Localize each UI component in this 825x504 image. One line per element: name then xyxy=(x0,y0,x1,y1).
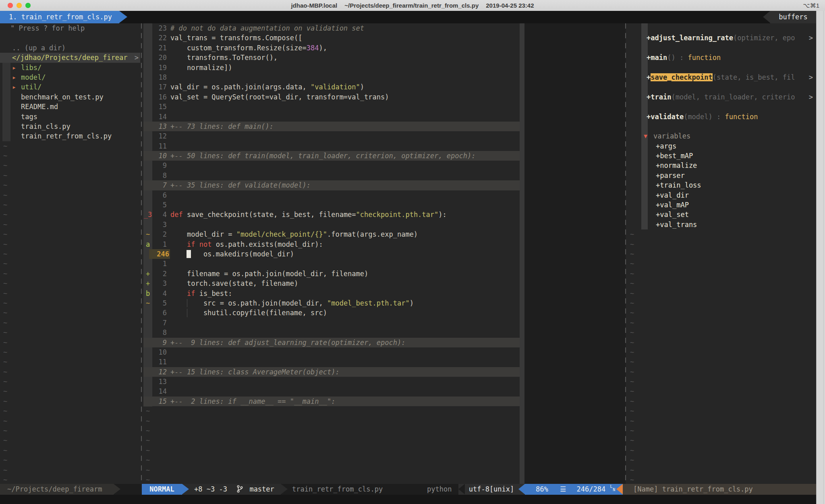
tree-empty-line: ~ xyxy=(0,406,140,416)
line-number: 7 xyxy=(152,180,167,190)
tag-function-save_checkpoint[interactable]: +save_checkpoint(state, is_best, fil> xyxy=(628,72,816,82)
tree-file-train_retr_from_clspy[interactable]: train_retr_from_cls.py xyxy=(0,131,140,141)
tag-variable-parser[interactable]: +parser xyxy=(628,171,816,180)
blank-line[interactable]: 18 xyxy=(143,72,626,82)
code-text: normalize]) xyxy=(170,63,232,72)
tag-variable-val_set[interactable]: +val_set xyxy=(628,210,816,219)
blank-line[interactable]: 10 xyxy=(143,347,626,357)
blank-line[interactable]: 5 xyxy=(143,200,626,210)
blank-line[interactable]: 6 xyxy=(143,190,626,200)
tag-variable-val_trans[interactable]: +val_trans xyxy=(628,220,816,229)
tagbar-empty-line: ~ xyxy=(628,475,816,484)
blank-line[interactable]: 11 xyxy=(143,141,626,151)
tree-empty-line: ~ xyxy=(0,240,140,249)
tagbar-empty-line: ~ xyxy=(628,240,816,249)
code-text: val_dir = os.path.join(args.data, "valid… xyxy=(170,82,364,92)
tagbar-empty-line: ~ xyxy=(628,465,816,475)
fold-line[interactable]: 10+-- 50 lines: def train(model, train_l… xyxy=(143,151,626,161)
fold-line[interactable]: 15+-- 2 lines: if __name__ == "__main__"… xyxy=(143,397,626,406)
fold-text: +-- 73 lines: def main(): xyxy=(170,122,274,131)
tree-dir-libs[interactable]: ▸libs/ xyxy=(0,63,140,72)
tree-empty-line: ~ xyxy=(0,259,140,269)
tagbar-section-label: variables xyxy=(653,131,690,141)
scrollbar-track[interactable] xyxy=(816,11,825,504)
window-separator-left[interactable] xyxy=(141,23,142,484)
tree-dir-util[interactable]: ▸util/ xyxy=(0,82,140,92)
tag-variable-val_dir[interactable]: +val_dir xyxy=(628,190,816,200)
blank-line[interactable]: 3 xyxy=(143,220,626,229)
fold-line[interactable]: 9+-- 9 lines: def adjust_learning_rate(o… xyxy=(143,338,626,347)
tag-kind: function xyxy=(688,54,721,62)
tagbar-section-variables[interactable]: ▼variables xyxy=(628,131,816,141)
tag-variable-val_mAP[interactable]: +val_mAP xyxy=(628,200,816,210)
tag-function-adjust_learning_rate[interactable]: +adjust_learning_rate(optimizer, epo> xyxy=(628,33,816,43)
code-line[interactable]: 19 normalize]) xyxy=(143,63,626,72)
fold-text: +-- 50 lines: def train(model, train_loa… xyxy=(170,151,475,161)
buffers-arrow-separator xyxy=(763,11,770,23)
code-line[interactable]: 20 transforms.ToTensor(), xyxy=(143,53,626,62)
blank-line[interactable]: 13 xyxy=(143,377,626,386)
fold-text: +-- 35 lines: def validate(model): xyxy=(170,180,311,190)
blank-line[interactable]: 1 xyxy=(143,259,626,269)
tag-function-train[interactable]: +train(model, train_loader, criterio> xyxy=(628,92,816,102)
tag-variable-args[interactable]: +args xyxy=(628,141,816,151)
line-number: 246 xyxy=(149,249,170,259)
code-line[interactable]: ~5 src = os.path.join(model_dir, "model_… xyxy=(143,298,626,308)
code-line[interactable]: 16val_set = QuerySet(root=val_dir, trans… xyxy=(143,92,626,102)
code-line[interactable]: 246 os.makedirs(model_dir) xyxy=(143,249,626,259)
gutter-sign: + xyxy=(143,279,152,288)
tag-function-main[interactable]: +main() : function xyxy=(628,53,816,62)
code-line[interactable]: b4 if is_best: xyxy=(143,289,626,298)
code-line[interactable]: a1 if not os.path.exists(model_dir): xyxy=(143,240,626,249)
command-line[interactable] xyxy=(0,495,825,504)
tree-file-train_clspy[interactable]: train_cls.py xyxy=(0,122,140,131)
blank-line[interactable]: 9 xyxy=(143,161,626,170)
code-line[interactable]: 17val_dir = os.path.join(args.data, "val… xyxy=(143,82,626,92)
blank-line[interactable]: 8 xyxy=(143,328,626,337)
code-line[interactable]: +2 filename = os.path.join(model_dir, fi… xyxy=(143,269,626,279)
code-line[interactable]: ~2 model_dir = "model/check_point/{}".fo… xyxy=(143,229,626,239)
fold-line-bg: 12+-- 15 lines: class AverageMeter(objec… xyxy=(143,367,520,377)
code-line[interactable]: _34def save_checkpoint(state, is_best, f… xyxy=(143,210,626,219)
blank-line[interactable]: 8 xyxy=(143,171,626,180)
blank-line[interactable]: 11 xyxy=(143,357,626,367)
tab-train-retr-from-cls[interactable]: 1. train_retr_from_cls.py xyxy=(0,11,119,23)
tagbar-empty-line: ~ xyxy=(628,386,816,396)
tag-variable-best_mAP[interactable]: +best_mAP xyxy=(628,151,816,161)
tagbar-statusline: [Name] train_retr_from_cls.py xyxy=(623,484,816,495)
tree-empty-line: ~ xyxy=(0,367,140,377)
tag-variable-normalize[interactable]: +normalize xyxy=(628,161,816,170)
tag-function-validate[interactable]: +validate(model) : function xyxy=(628,112,816,122)
blank-line[interactable]: 7 xyxy=(143,318,626,328)
scrollbar-line xyxy=(823,11,824,504)
code-line[interactable]: 22val_trans = transforms.Compose([ xyxy=(143,33,626,43)
window-title-path: ~/Projects/deep_firearm/train_retr_from_… xyxy=(344,2,479,9)
tree-dir-model[interactable]: ▸model/ xyxy=(0,72,140,82)
tree-file-tags[interactable]: tags xyxy=(0,112,140,122)
window-title-host: jdhao-MBP.local xyxy=(291,2,337,9)
line-number: 21 xyxy=(152,43,167,53)
blank-line[interactable]: 14 xyxy=(143,112,626,122)
line-number: 10 xyxy=(152,151,167,161)
line-number: 22 xyxy=(152,33,167,43)
tag-signature: (model) xyxy=(684,113,713,121)
fold-line[interactable]: 13+-- 73 lines: def main(): xyxy=(143,122,626,131)
fold-line[interactable]: 12+-- 15 lines: class AverageMeter(objec… xyxy=(143,367,626,377)
code-line[interactable]: 23# do not do data augmentation on valid… xyxy=(143,23,626,33)
code-line[interactable]: 6 shutil.copyfile(filename, src) xyxy=(143,308,626,318)
blank-line[interactable]: 15 xyxy=(143,102,626,112)
tree-file-benchmark_on_testpy[interactable]: benchmark_on_test.py xyxy=(0,92,140,102)
tree-root-path[interactable]: </jdhao/Projects/deep_firear> xyxy=(0,53,140,62)
tag-variable-train_loss[interactable]: +train_loss xyxy=(628,180,816,190)
statusline-filename: train_retr_from_cls.py xyxy=(292,484,383,495)
code-line[interactable]: 21 custom_transform.Resize(size=384), xyxy=(143,43,626,53)
blank-line[interactable]: 14 xyxy=(143,386,626,396)
tree-up-a-dir[interactable]: .. (up a dir) xyxy=(0,43,140,53)
tree-empty-line: ~ xyxy=(0,318,140,328)
mode-indicator: NORMAL xyxy=(142,484,182,495)
code-line[interactable]: +3 torch.save(state, filename) xyxy=(143,279,626,288)
fold-line[interactable]: 7+-- 35 lines: def validate(model): xyxy=(143,180,626,190)
blank-line[interactable]: 12 xyxy=(143,131,626,141)
tree-file-READMEmd[interactable]: README.md xyxy=(0,102,140,112)
window-separator-right[interactable] xyxy=(625,23,626,484)
